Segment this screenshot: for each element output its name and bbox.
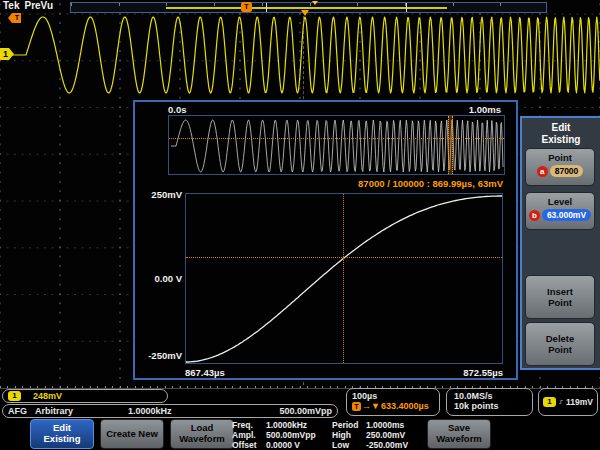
ampl-value: 500.00mVpp: [266, 430, 332, 440]
channel1-readout: 1 248mV: [2, 389, 168, 403]
period-label: Period: [332, 420, 366, 430]
delay-arrows-icon: →▼: [362, 401, 380, 411]
high-label: High: [332, 430, 366, 440]
low-label: Low: [332, 440, 366, 450]
high-value: 250.00mV: [366, 430, 428, 440]
header: TekPreVu: [3, 0, 53, 11]
point-cursor-vertical[interactable]: [343, 194, 344, 363]
level-cursor-horizontal[interactable]: [186, 257, 502, 258]
record-window-right-bracket: [406, 3, 407, 12]
edit-trace-svg: [186, 194, 502, 363]
overview-level-line: [169, 138, 504, 139]
level-value: 63.000mV: [542, 209, 591, 221]
edit-existing-button[interactable]: Edit Existing: [30, 419, 94, 449]
side-menu: Edit Existing Point a 87000 Level b 63.0…: [520, 116, 600, 370]
ampl-label: Ampl.: [232, 430, 266, 440]
afg-readout: AFG Arbitrary 1.0000kHz 500.00mVpp: [2, 404, 338, 418]
trigger-position-icon: [301, 10, 309, 16]
chirp-trace: [10, 17, 600, 93]
record-length: 10k points: [454, 401, 525, 411]
rising-edge-icon: [559, 397, 563, 407]
sample-rate: 10.0MS/s: [454, 391, 525, 401]
point-cursor-readout: 87000 / 100000 : 869.99µs, 63mV: [358, 178, 503, 189]
afg-frequency: 1.0000kHz: [128, 406, 172, 416]
y-axis-top-label: 250mV: [135, 189, 182, 200]
waveform-overview-plot: [168, 115, 505, 175]
point-value: 87000: [550, 165, 584, 177]
afg-label: AFG: [8, 406, 27, 416]
horizontal-readout: 100µs T →▼ 633.4000µs: [346, 388, 440, 416]
load-waveform-button[interactable]: Load Waveform: [170, 419, 234, 449]
point-button-label: Point: [526, 152, 594, 163]
freq-label: Freq.: [232, 420, 266, 430]
delay-trigger-icon: T: [352, 402, 361, 411]
tek-logo: Tek: [3, 0, 20, 11]
insert-point-button[interactable]: Insert Point: [525, 275, 595, 319]
horizontal-delay: 633.4000µs: [381, 401, 429, 411]
overview-edit-cursor[interactable]: [448, 116, 453, 174]
channel1-badge: 1: [8, 391, 21, 401]
side-menu-title: Edit Existing: [522, 122, 600, 146]
y-axis-bottom-label: -250mV: [135, 350, 182, 361]
afg-mode: Arbitrary: [35, 406, 73, 416]
period-value: 1.0000ms: [366, 420, 428, 430]
edit-zoom-plot: [185, 193, 503, 364]
freq-value: 1.0000kHz: [266, 420, 332, 430]
level-button[interactable]: Level b 63.000mV: [525, 192, 595, 230]
afg-amplitude: 500.00mVpp: [279, 406, 332, 416]
low-value: -250.00mV: [366, 440, 428, 450]
offset-label: Offset: [232, 440, 266, 450]
acquisition-readout: 10.0MS/s 10k points: [446, 388, 533, 416]
overview-trace-svg: [169, 116, 504, 174]
offset-value: 0.0000 V: [266, 440, 332, 450]
trigger-readout: 1 119mV: [538, 388, 598, 416]
delete-point-button[interactable]: Delete Point: [525, 322, 595, 366]
expansion-point-icon: [312, 1, 318, 5]
trigger-level-value: 119mV: [566, 397, 593, 407]
oscilloscope-screen: TekPreVu T 1 T 0.0s 1.00ms 87000 / 10000…: [0, 0, 600, 450]
overview-start-time: 0.0s: [168, 104, 187, 115]
x-axis-right-label: 872.55µs: [185, 367, 503, 378]
overview-chirp-trace: [171, 120, 503, 172]
overview-end-time: 1.00ms: [469, 104, 501, 115]
level-button-label: Level: [526, 196, 594, 207]
edit-segment-trace: [186, 196, 502, 362]
record-trigger-marker: T: [241, 2, 252, 12]
y-axis-zero-label: 0.00 V: [135, 273, 182, 284]
trigger-source-badge: 1: [543, 397, 556, 407]
record-bar-waveform-line: [166, 7, 447, 9]
waveform-editor-window: 0.0s 1.00ms 87000 / 100000 : 869.99µs, 6…: [133, 100, 518, 380]
record-window-left-bracket: [266, 3, 267, 12]
afg-parameter-readouts: Freq. 1.0000kHz Period 1.0000ms Ampl. 50…: [232, 420, 428, 450]
acquisition-mode-label: PreVu: [25, 0, 54, 11]
horizontal-scale: 100µs: [352, 391, 434, 401]
multipurpose-knob-b-icon: b: [529, 210, 540, 221]
point-button[interactable]: Point a 87000: [525, 148, 595, 186]
save-waveform-button[interactable]: Save Waveform: [427, 419, 491, 449]
create-new-button[interactable]: Create New: [100, 419, 164, 449]
channel1-scale: 248mV: [33, 391, 62, 401]
record-bar-ticks: [71, 3, 546, 6]
multipurpose-knob-a-icon: a: [537, 166, 548, 177]
